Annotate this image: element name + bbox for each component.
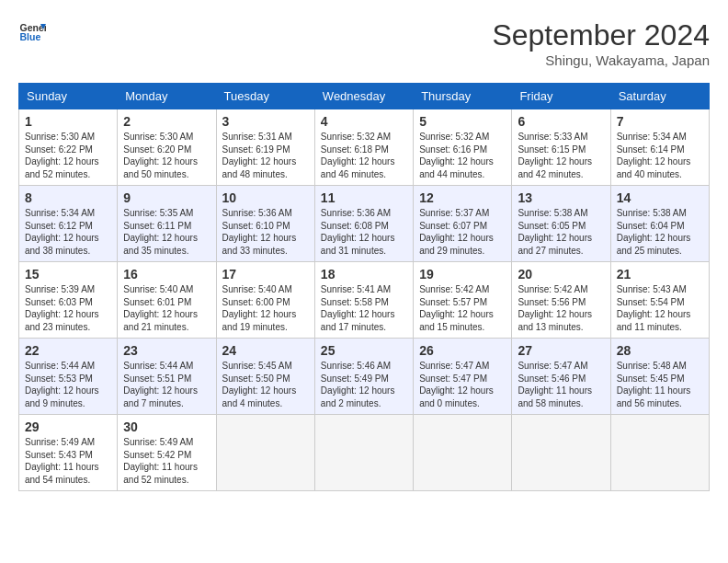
calendar-week-row: 22Sunrise: 5:44 AM Sunset: 5:53 PM Dayli… xyxy=(19,339,710,415)
calendar-day-cell: 6Sunrise: 5:33 AM Sunset: 6:15 PM Daylig… xyxy=(512,109,610,186)
day-info: Sunrise: 5:30 AM Sunset: 6:22 PM Dayligh… xyxy=(25,131,111,180)
calendar-day-cell: 8Sunrise: 5:34 AM Sunset: 6:12 PM Daylig… xyxy=(19,186,118,262)
day-info: Sunrise: 5:49 AM Sunset: 5:43 PM Dayligh… xyxy=(25,436,111,486)
calendar-week-row: 1Sunrise: 5:30 AM Sunset: 6:22 PM Daylig… xyxy=(19,109,710,186)
weekday-header: Friday xyxy=(512,84,610,109)
calendar-day-cell: 12Sunrise: 5:37 AM Sunset: 6:07 PM Dayli… xyxy=(414,186,512,262)
day-number: 1 xyxy=(25,114,111,129)
empty-cell xyxy=(512,415,610,491)
calendar-day-cell: 24Sunrise: 5:45 AM Sunset: 5:50 PM Dayli… xyxy=(216,339,314,415)
day-number: 25 xyxy=(321,343,407,358)
calendar-day-cell: 19Sunrise: 5:42 AM Sunset: 5:57 PM Dayli… xyxy=(414,262,512,339)
day-info: Sunrise: 5:47 AM Sunset: 5:46 PM Dayligh… xyxy=(518,360,604,409)
weekday-header: Wednesday xyxy=(314,84,413,109)
day-info: Sunrise: 5:42 AM Sunset: 5:56 PM Dayligh… xyxy=(518,283,604,333)
day-number: 12 xyxy=(419,190,506,205)
calendar-day-cell: 28Sunrise: 5:48 AM Sunset: 5:45 PM Dayli… xyxy=(610,339,709,415)
weekday-header: Sunday xyxy=(19,84,118,109)
calendar-day-cell: 11Sunrise: 5:36 AM Sunset: 6:08 PM Dayli… xyxy=(314,186,413,262)
empty-cell xyxy=(610,415,709,491)
day-info: Sunrise: 5:37 AM Sunset: 6:07 PM Dayligh… xyxy=(419,207,506,257)
day-number: 20 xyxy=(518,267,604,282)
day-info: Sunrise: 5:32 AM Sunset: 6:18 PM Dayligh… xyxy=(321,131,407,180)
day-info: Sunrise: 5:44 AM Sunset: 5:53 PM Dayligh… xyxy=(25,360,111,409)
day-number: 14 xyxy=(617,190,703,205)
calendar-day-cell: 15Sunrise: 5:39 AM Sunset: 6:03 PM Dayli… xyxy=(19,262,118,339)
calendar-day-cell: 5Sunrise: 5:32 AM Sunset: 6:16 PM Daylig… xyxy=(414,109,512,186)
day-info: Sunrise: 5:49 AM Sunset: 5:42 PM Dayligh… xyxy=(123,436,210,486)
month-title: September 2024 xyxy=(492,18,710,52)
calendar-day-cell: 2Sunrise: 5:30 AM Sunset: 6:20 PM Daylig… xyxy=(118,109,216,186)
day-number: 26 xyxy=(419,343,506,358)
calendar-day-cell: 21Sunrise: 5:43 AM Sunset: 5:54 PM Dayli… xyxy=(610,262,709,339)
day-info: Sunrise: 5:39 AM Sunset: 6:03 PM Dayligh… xyxy=(25,283,111,333)
calendar-day-cell: 26Sunrise: 5:47 AM Sunset: 5:47 PM Dayli… xyxy=(414,339,512,415)
day-info: Sunrise: 5:36 AM Sunset: 6:10 PM Dayligh… xyxy=(222,207,309,257)
title-area: September 2024 Shingu, Wakayama, Japan xyxy=(492,18,710,68)
day-info: Sunrise: 5:46 AM Sunset: 5:49 PM Dayligh… xyxy=(321,360,407,409)
logo: General Blue xyxy=(18,18,46,46)
calendar-day-cell: 17Sunrise: 5:40 AM Sunset: 6:00 PM Dayli… xyxy=(216,262,314,339)
day-info: Sunrise: 5:32 AM Sunset: 6:16 PM Dayligh… xyxy=(419,131,506,180)
weekday-header-row: SundayMondayTuesdayWednesdayThursdayFrid… xyxy=(19,84,710,109)
calendar-day-cell: 10Sunrise: 5:36 AM Sunset: 6:10 PM Dayli… xyxy=(216,186,314,262)
day-number: 24 xyxy=(222,343,309,358)
calendar-day-cell: 1Sunrise: 5:30 AM Sunset: 6:22 PM Daylig… xyxy=(19,109,118,186)
day-number: 5 xyxy=(419,114,506,129)
day-info: Sunrise: 5:35 AM Sunset: 6:11 PM Dayligh… xyxy=(123,207,210,257)
day-number: 4 xyxy=(321,114,407,129)
logo-icon: General Blue xyxy=(18,18,46,46)
page-header: General Blue September 2024 Shingu, Waka… xyxy=(18,18,710,68)
day-number: 21 xyxy=(617,267,703,282)
calendar-day-cell: 16Sunrise: 5:40 AM Sunset: 6:01 PM Dayli… xyxy=(118,262,216,339)
day-info: Sunrise: 5:38 AM Sunset: 6:04 PM Dayligh… xyxy=(617,207,703,257)
calendar-day-cell: 30Sunrise: 5:49 AM Sunset: 5:42 PM Dayli… xyxy=(118,415,216,491)
calendar-week-row: 15Sunrise: 5:39 AM Sunset: 6:03 PM Dayli… xyxy=(19,262,710,339)
day-number: 23 xyxy=(123,343,210,358)
day-number: 22 xyxy=(25,343,111,358)
day-info: Sunrise: 5:33 AM Sunset: 6:15 PM Dayligh… xyxy=(518,131,604,180)
weekday-header: Saturday xyxy=(610,84,709,109)
calendar-day-cell: 25Sunrise: 5:46 AM Sunset: 5:49 PM Dayli… xyxy=(314,339,413,415)
day-number: 16 xyxy=(123,267,210,282)
calendar-day-cell: 29Sunrise: 5:49 AM Sunset: 5:43 PM Dayli… xyxy=(19,415,118,491)
day-number: 7 xyxy=(617,114,703,129)
calendar-day-cell: 18Sunrise: 5:41 AM Sunset: 5:58 PM Dayli… xyxy=(314,262,413,339)
day-number: 18 xyxy=(321,267,407,282)
calendar-day-cell: 13Sunrise: 5:38 AM Sunset: 6:05 PM Dayli… xyxy=(512,186,610,262)
calendar-day-cell: 9Sunrise: 5:35 AM Sunset: 6:11 PM Daylig… xyxy=(118,186,216,262)
day-number: 8 xyxy=(25,190,111,205)
day-number: 15 xyxy=(25,267,111,282)
day-info: Sunrise: 5:31 AM Sunset: 6:19 PM Dayligh… xyxy=(222,131,309,180)
day-number: 17 xyxy=(222,267,309,282)
day-number: 11 xyxy=(321,190,407,205)
day-info: Sunrise: 5:45 AM Sunset: 5:50 PM Dayligh… xyxy=(222,360,309,409)
day-info: Sunrise: 5:41 AM Sunset: 5:58 PM Dayligh… xyxy=(321,283,407,333)
day-number: 19 xyxy=(419,267,506,282)
day-number: 28 xyxy=(617,343,703,358)
calendar-table: SundayMondayTuesdayWednesdayThursdayFrid… xyxy=(18,83,710,491)
calendar-day-cell: 23Sunrise: 5:44 AM Sunset: 5:51 PM Dayli… xyxy=(118,339,216,415)
weekday-header: Monday xyxy=(118,84,216,109)
calendar-day-cell: 27Sunrise: 5:47 AM Sunset: 5:46 PM Dayli… xyxy=(512,339,610,415)
calendar-day-cell: 4Sunrise: 5:32 AM Sunset: 6:18 PM Daylig… xyxy=(314,109,413,186)
day-number: 30 xyxy=(123,419,210,434)
day-info: Sunrise: 5:40 AM Sunset: 6:01 PM Dayligh… xyxy=(123,283,210,333)
calendar-week-row: 29Sunrise: 5:49 AM Sunset: 5:43 PM Dayli… xyxy=(19,415,710,491)
calendar-day-cell: 20Sunrise: 5:42 AM Sunset: 5:56 PM Dayli… xyxy=(512,262,610,339)
day-info: Sunrise: 5:38 AM Sunset: 6:05 PM Dayligh… xyxy=(518,207,604,257)
calendar-week-row: 8Sunrise: 5:34 AM Sunset: 6:12 PM Daylig… xyxy=(19,186,710,262)
day-number: 29 xyxy=(25,419,111,434)
calendar-day-cell: 3Sunrise: 5:31 AM Sunset: 6:19 PM Daylig… xyxy=(216,109,314,186)
day-info: Sunrise: 5:40 AM Sunset: 6:00 PM Dayligh… xyxy=(222,283,309,333)
empty-cell xyxy=(314,415,413,491)
day-info: Sunrise: 5:48 AM Sunset: 5:45 PM Dayligh… xyxy=(617,360,703,409)
day-info: Sunrise: 5:34 AM Sunset: 6:12 PM Dayligh… xyxy=(25,207,111,257)
svg-text:Blue: Blue xyxy=(20,31,41,42)
empty-cell xyxy=(414,415,512,491)
day-number: 2 xyxy=(123,114,210,129)
weekday-header: Tuesday xyxy=(216,84,314,109)
day-info: Sunrise: 5:44 AM Sunset: 5:51 PM Dayligh… xyxy=(123,360,210,409)
day-number: 27 xyxy=(518,343,604,358)
day-info: Sunrise: 5:36 AM Sunset: 6:08 PM Dayligh… xyxy=(321,207,407,257)
